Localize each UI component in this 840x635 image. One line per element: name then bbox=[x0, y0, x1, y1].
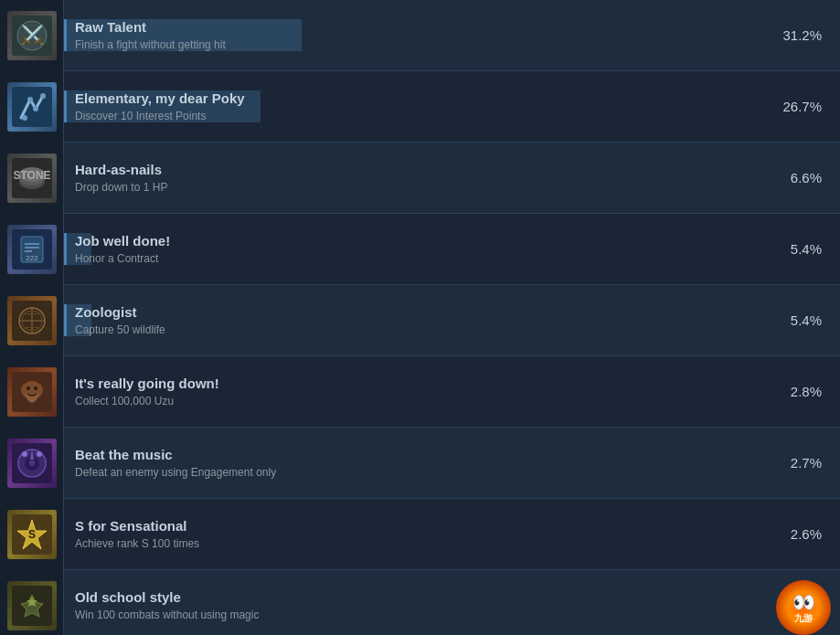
achievement-row-sensational[interactable]: SS for SensationalAchieve rank S 100 tim… bbox=[0, 499, 840, 570]
achievement-percent-sensational: 2.6% bbox=[767, 526, 840, 542]
achievement-list: ⚔️Raw TalentFinish a fight without getti… bbox=[0, 0, 840, 635]
achievement-percent-beat-music: 2.7% bbox=[767, 455, 840, 471]
achievement-desc-sensational: Achieve rank S 100 times bbox=[75, 537, 756, 550]
achievement-percent-hard-nails: 6.6% bbox=[767, 170, 840, 185]
achievement-desc-hard-nails: Drop down to 1 HP bbox=[75, 181, 756, 194]
watermark-text: 九游 bbox=[792, 613, 815, 624]
svg-point-34 bbox=[22, 451, 27, 457]
svg-rect-3 bbox=[12, 87, 52, 127]
svg-point-7 bbox=[22, 115, 27, 121]
watermark: 👀 九游 bbox=[758, 580, 840, 635]
achievement-desc-zoologist: Capture 50 wildlife bbox=[75, 323, 756, 336]
achievement-icon-elementary bbox=[0, 71, 64, 143]
achievement-name-job-done: Job well done! bbox=[75, 233, 756, 249]
achievement-icon-job-done: 222 bbox=[0, 214, 64, 285]
achievement-name-elementary: Elementary, my dear Poky bbox=[75, 90, 756, 106]
achievement-desc-raw-talent: Finish a fight without getting hit bbox=[75, 38, 756, 51]
svg-point-28 bbox=[27, 386, 30, 390]
achievement-percent-elementary: 26.7% bbox=[767, 99, 840, 114]
achievement-percent-raw-talent: 31.2% bbox=[767, 27, 840, 43]
achievement-name-raw-talent: Raw Talent bbox=[75, 19, 756, 35]
svg-point-33 bbox=[29, 460, 35, 466]
svg-text:STONE: STONE bbox=[13, 169, 50, 182]
achievement-info-beat-music: Beat the musicDefeat an enemy using Enga… bbox=[64, 447, 767, 479]
icon-inner-old-school bbox=[7, 581, 57, 630]
icon-inner-sensational: S bbox=[7, 510, 57, 559]
icon-inner-going-down bbox=[7, 367, 57, 417]
achievement-percent-going-down: 2.8% bbox=[767, 384, 840, 399]
icon-inner-beat-music bbox=[7, 439, 57, 488]
achievement-info-old-school: Old school styleWin 100 combats without … bbox=[64, 589, 767, 621]
icon-inner-elementary bbox=[7, 82, 57, 132]
achievement-icon-beat-music bbox=[0, 428, 64, 499]
achievement-info-raw-talent: Raw TalentFinish a fight without getting… bbox=[64, 19, 767, 51]
achievement-row-beat-music[interactable]: Beat the musicDefeat an enemy using Enga… bbox=[0, 428, 840, 499]
achievement-desc-beat-music: Defeat an enemy using Engagement only bbox=[75, 466, 756, 479]
achievement-icon-zoologist bbox=[0, 285, 64, 356]
achievement-info-going-down: It's really going down!Collect 100,000 U… bbox=[64, 376, 767, 407]
watermark-logo: 👀 九游 bbox=[776, 580, 831, 635]
svg-text:222: 222 bbox=[26, 254, 38, 262]
achievement-icon-sensational: S bbox=[0, 499, 64, 570]
achievement-row-going-down[interactable]: It's really going down!Collect 100,000 U… bbox=[0, 356, 840, 428]
achievement-desc-job-done: Honor a Contract bbox=[75, 252, 756, 265]
achievement-icon-hard-nails: STONE bbox=[0, 143, 64, 214]
achievement-desc-old-school: Win 100 combats without using magic bbox=[75, 609, 756, 621]
svg-text:S: S bbox=[27, 528, 35, 541]
achievement-info-job-done: Job well done!Honor a Contract bbox=[64, 233, 767, 265]
achievement-row-hard-nails[interactable]: STONEHard-as-nailsDrop down to 1 HP6.6% bbox=[0, 143, 840, 214]
svg-point-29 bbox=[34, 386, 37, 390]
achievement-row-zoologist[interactable]: ZoologistCapture 50 wildlife5.4% bbox=[0, 285, 840, 356]
icon-inner-zoologist bbox=[7, 296, 57, 345]
achievement-info-hard-nails: Hard-as-nailsDrop down to 1 HP bbox=[64, 162, 767, 194]
svg-point-35 bbox=[37, 451, 42, 457]
achievement-name-zoologist: Zoologist bbox=[75, 304, 756, 320]
achievement-desc-elementary: Discover 10 Interest Points bbox=[75, 110, 756, 122]
svg-text:⚔️: ⚔️ bbox=[20, 24, 43, 46]
achievement-icon-going-down bbox=[0, 356, 64, 428]
achievement-name-hard-nails: Hard-as-nails bbox=[75, 162, 756, 177]
icon-inner-raw-talent: ⚔️ bbox=[7, 11, 57, 60]
svg-point-9 bbox=[33, 106, 38, 111]
achievement-info-sensational: S for SensationalAchieve rank S 100 time… bbox=[64, 518, 767, 550]
achievement-desc-going-down: Collect 100,000 Uzu bbox=[75, 395, 756, 407]
icon-inner-job-done: 222 bbox=[7, 225, 57, 274]
achievement-row-elementary[interactable]: Elementary, my dear PokyDiscover 10 Inte… bbox=[0, 71, 840, 143]
achievement-info-elementary: Elementary, my dear PokyDiscover 10 Inte… bbox=[64, 90, 767, 122]
achievement-name-beat-music: Beat the music bbox=[75, 447, 756, 462]
achievement-name-old-school: Old school style bbox=[75, 589, 756, 605]
svg-point-8 bbox=[27, 97, 33, 102]
achievement-name-sensational: S for Sensational bbox=[75, 518, 756, 534]
achievement-percent-zoologist: 5.4% bbox=[767, 312, 840, 328]
achievement-row-raw-talent[interactable]: ⚔️Raw TalentFinish a fight without getti… bbox=[0, 0, 840, 71]
svg-point-10 bbox=[40, 93, 46, 99]
achievement-row-job-done[interactable]: 222Job well done!Honor a Contract5.4% bbox=[0, 214, 840, 285]
achievement-percent-job-done: 5.4% bbox=[767, 241, 840, 257]
achievement-icon-old-school bbox=[0, 570, 64, 636]
achievement-row-old-school[interactable]: Old school styleWin 100 combats without … bbox=[0, 570, 840, 635]
achievement-icon-raw-talent: ⚔️ bbox=[0, 0, 64, 71]
icon-inner-hard-nails: STONE bbox=[7, 153, 57, 203]
achievement-name-going-down: It's really going down! bbox=[75, 376, 756, 391]
achievement-info-zoologist: ZoologistCapture 50 wildlife bbox=[64, 304, 767, 336]
